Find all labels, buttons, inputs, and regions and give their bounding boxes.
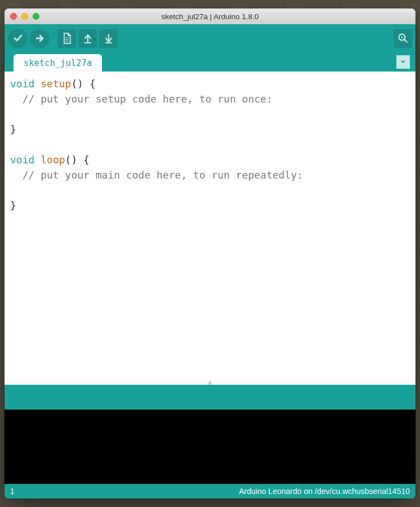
new-button[interactable] xyxy=(57,29,76,48)
footer: 1 Arduino Leonardo on /dev/cu.wchusbseri… xyxy=(5,484,415,499)
code-line[interactable]: } xyxy=(10,198,411,213)
tab-menu-button[interactable] xyxy=(396,55,410,69)
save-button[interactable] xyxy=(99,29,118,48)
traffic-lights xyxy=(5,13,39,20)
code-line[interactable] xyxy=(10,106,411,122)
board-info: Arduino Leonardo on /dev/cu.wchusbserial… xyxy=(239,487,410,496)
code-line[interactable]: void setup() { xyxy=(10,76,411,91)
file-icon xyxy=(61,32,73,45)
serial-monitor-button[interactable] xyxy=(394,29,412,48)
arrow-right-icon xyxy=(34,33,46,44)
titlebar[interactable]: sketch_jul27a | Arduino 1.8.0 xyxy=(5,8,415,24)
arrow-down-icon xyxy=(103,33,114,44)
upload-button[interactable] xyxy=(30,29,50,48)
code-editor[interactable]: void setup() { // put your setup code he… xyxy=(5,72,415,380)
line-number: 1 xyxy=(10,487,15,496)
window-title: sketch_jul27a | Arduino 1.8.0 xyxy=(5,12,415,21)
arrow-up-icon xyxy=(82,33,93,44)
open-button[interactable] xyxy=(78,29,97,48)
toolbar xyxy=(5,24,415,52)
chevron-down-icon xyxy=(400,59,406,65)
svg-line-6 xyxy=(404,40,407,43)
grip-dot-icon xyxy=(208,381,212,385)
tab-sketch[interactable]: sketch_jul27a xyxy=(14,54,102,72)
code-line[interactable]: void loop() { xyxy=(10,152,411,167)
magnifier-icon xyxy=(397,32,409,45)
console-output[interactable] xyxy=(5,410,415,484)
check-icon xyxy=(12,33,24,44)
code-line[interactable]: // put your setup code here, to run once… xyxy=(10,91,411,106)
svg-point-7 xyxy=(401,37,403,38)
code-line[interactable]: // put your main code here, to run repea… xyxy=(10,167,411,183)
status-bar xyxy=(5,385,415,410)
code-line[interactable]: } xyxy=(10,122,411,137)
minimize-button[interactable] xyxy=(21,13,28,20)
tabbar: sketch_jul27a xyxy=(5,52,415,72)
editor-resize-handle[interactable] xyxy=(5,380,415,385)
code-line[interactable] xyxy=(10,183,411,198)
arduino-window: sketch_jul27a | Arduino 1.8.0 sketch_jul… xyxy=(5,8,415,499)
close-button[interactable] xyxy=(10,13,17,20)
verify-button[interactable] xyxy=(8,29,28,48)
code-line[interactable] xyxy=(10,137,411,152)
maximize-button[interactable] xyxy=(33,13,39,20)
